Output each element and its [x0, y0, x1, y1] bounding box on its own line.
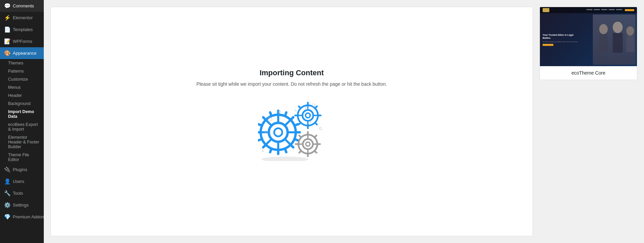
- submenu-background[interactable]: Background: [0, 100, 44, 108]
- preview-nav-link-2: [594, 9, 600, 10]
- main-content: Importing Content Please sit tight while…: [44, 0, 644, 243]
- preview-hero-image: [593, 15, 636, 65]
- theme-card-title: ecoTheme Core: [540, 66, 637, 80]
- sidebar-item-label: Plugins: [13, 167, 27, 172]
- submenu-elementor-hf[interactable]: Elementor Header & Footer Builder: [0, 133, 44, 151]
- plugins-icon: 🔌: [4, 166, 10, 173]
- submenu-header[interactable]: Header: [0, 91, 44, 100]
- svg-line-8: [263, 117, 266, 120]
- svg-point-59: [613, 22, 623, 33]
- tools-icon: 🔧: [4, 190, 10, 196]
- scatter-star-3: ✦: [316, 151, 319, 155]
- elementor-icon: ⚡: [4, 15, 10, 21]
- svg-line-9: [291, 145, 293, 147]
- submenu-ecobees[interactable]: ecoBees Export & Import: [0, 120, 44, 133]
- gears-animation: ✦ ✦ ✦ ✦: [258, 100, 325, 168]
- svg-point-28: [302, 110, 313, 121]
- svg-rect-62: [626, 35, 634, 52]
- submenu-theme-file-editor[interactable]: Theme File Editor: [0, 151, 44, 164]
- svg-line-36: [315, 123, 317, 125]
- sidebar-item-tools[interactable]: 🔧 Tools: [0, 187, 44, 199]
- scatter-dot-6: [319, 127, 322, 130]
- sidebar-item-settings[interactable]: ⚙️ Settings: [0, 199, 44, 211]
- shadow: [261, 157, 309, 161]
- sidebar-item-label: Users: [13, 179, 24, 184]
- svg-line-11: [285, 112, 286, 116]
- preview-nav-link-4: [609, 9, 615, 10]
- theme-preview: Your Trusted Allies in LegalBattles Our …: [540, 7, 637, 66]
- sidebar: 💬 Comments ⚡ Elementor 📄 Templates 📝 WPF…: [0, 0, 44, 243]
- svg-line-26: [266, 139, 271, 145]
- svg-rect-58: [599, 34, 608, 52]
- svg-line-52: [299, 151, 301, 153]
- svg-line-12: [270, 112, 271, 116]
- sidebar-item-label: Premium Addons for Elementor: [13, 214, 44, 219]
- preview-nav: [540, 7, 637, 13]
- sidebar-item-label: Elementor: [13, 15, 33, 20]
- svg-line-50: [299, 136, 301, 138]
- sidebar-item-comments[interactable]: 💬 Comments: [0, 0, 44, 12]
- sidebar-item-elementor[interactable]: ⚡ Elementor: [0, 12, 44, 24]
- submenu-themes[interactable]: Themes: [0, 59, 44, 67]
- svg-point-2: [274, 128, 282, 136]
- templates-icon: 📄: [4, 26, 10, 33]
- preview-nav-link-3: [601, 9, 607, 10]
- svg-rect-60: [613, 33, 623, 53]
- svg-line-17: [285, 148, 286, 152]
- preview-logo: [543, 8, 549, 12]
- svg-point-44: [306, 142, 310, 146]
- sidebar-item-label: Appearance: [13, 51, 36, 56]
- scatter-star-4: ✦: [309, 120, 312, 124]
- submenu-import-demo-data[interactable]: Import Demo Data: [0, 108, 44, 120]
- svg-line-25: [285, 139, 291, 145]
- sidebar-item-label: Comments: [13, 3, 34, 8]
- wpforms-icon: 📝: [4, 38, 10, 45]
- sidebar-item-users[interactable]: 👤 Users: [0, 176, 44, 187]
- svg-line-37: [299, 123, 301, 125]
- scatter-star-1: ✦: [294, 109, 297, 112]
- sidebar-item-label: WPForms: [13, 39, 32, 44]
- preview-nav-link-1: [586, 9, 592, 10]
- sidebar-item-templates[interactable]: 📄 Templates: [0, 24, 44, 35]
- preview-nav-links: [586, 9, 634, 11]
- svg-line-14: [258, 124, 262, 126]
- sidebar-item-label: Templates: [13, 27, 33, 32]
- theme-preview-inner: Your Trusted Allies in LegalBattles Our …: [540, 7, 637, 66]
- submenu-customize[interactable]: Customize: [0, 75, 44, 83]
- preview-cta-button: [625, 9, 634, 11]
- scatter-dot-3: [268, 117, 272, 121]
- svg-point-1: [269, 123, 288, 142]
- users-icon: 👤: [4, 178, 10, 185]
- preview-cta: [543, 44, 553, 46]
- svg-line-16: [258, 139, 262, 140]
- svg-line-34: [315, 106, 317, 108]
- scatter-dot-2: [305, 106, 309, 110]
- svg-line-7: [291, 117, 293, 120]
- theme-card: Your Trusted Allies in LegalBattles Our …: [540, 7, 637, 80]
- preview-hero-text: Your Trusted Allies in LegalBattles Our …: [543, 33, 578, 46]
- preview-person: [593, 15, 636, 65]
- sidebar-item-label: Tools: [13, 191, 23, 196]
- preview-hero-sub: Our firm's trial prep is complete for yo…: [543, 41, 578, 43]
- sidebar-item-wpforms[interactable]: 📝 WPForms: [0, 35, 44, 47]
- svg-line-10: [263, 145, 266, 147]
- preview-hero: Your Trusted Allies in LegalBattles Our …: [540, 13, 637, 66]
- svg-line-49: [315, 136, 317, 138]
- appearance-icon: 🎨: [4, 50, 10, 56]
- svg-line-15: [294, 139, 298, 140]
- svg-line-13: [294, 124, 298, 126]
- sidebar-item-appearance[interactable]: 🎨 Appearance: [0, 47, 44, 59]
- sidebar-item-plugins[interactable]: 🔌 Plugins: [0, 164, 44, 176]
- svg-line-35: [299, 106, 301, 108]
- import-subtitle: Please sit tight while we import your co…: [196, 81, 387, 87]
- svg-line-18: [270, 148, 271, 152]
- svg-line-23: [285, 120, 291, 126]
- submenu-patterns[interactable]: Patterns: [0, 67, 44, 75]
- import-title: Importing Content: [260, 69, 324, 77]
- preview-nav-link-5: [616, 9, 622, 10]
- scatter-dot-1: [278, 110, 281, 113]
- scatter-dot-4: [265, 131, 267, 133]
- scatter-star-2: ✦: [261, 149, 264, 153]
- submenu-menus[interactable]: Menus: [0, 83, 44, 91]
- sidebar-item-premium-addons[interactable]: 💎 Premium Addons for Elementor: [0, 211, 44, 223]
